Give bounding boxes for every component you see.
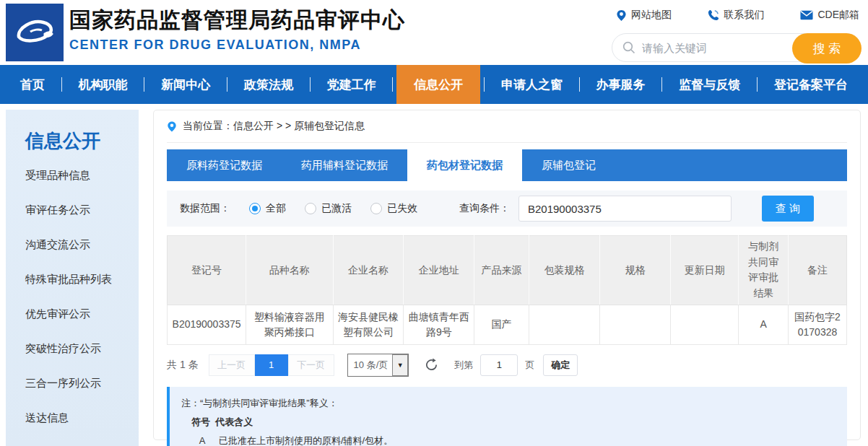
radio-activated[interactable]: 已激活: [305, 202, 352, 215]
filter-bar: 数据范围： 全部 已激活 已失效 查询条件： 查 询: [167, 191, 847, 227]
note-title: 注：“与制剂共同审评审批结果”释义：: [181, 394, 836, 413]
sidebar: 信息公开 受理品种信息 审评任务公示 沟通交流公示 特殊审批品种列表 优先审评公…: [6, 110, 139, 446]
tab-apie-registration[interactable]: 原辅包登记: [522, 149, 615, 181]
query-input[interactable]: [518, 196, 732, 222]
breadcrumb: 当前位置：信息公开 > > 原辅包登记信息: [167, 110, 847, 143]
col-variety-name: 品种名称: [246, 236, 333, 305]
nav-divider: [392, 77, 393, 92]
sidebar-item-special-approval[interactable]: 特殊审批品种列表: [6, 262, 139, 297]
site-subtitle: CENTER FOR DRUG EVALUATION, NMPA: [69, 35, 405, 55]
cde-logo-icon: [12, 9, 58, 56]
goto-label: 到第: [454, 359, 473, 372]
quick-links: 网站地图 联系我们 CDE邮箱: [612, 6, 861, 22]
tab-api-registration[interactable]: 原料药登记数据: [167, 149, 282, 181]
cde-logo[interactable]: [6, 4, 64, 61]
next-page-button[interactable]: 下一页: [288, 354, 334, 376]
nav-divider: [484, 77, 485, 92]
site-header: 国家药品监督管理局药品审评中心 CENTER FOR DRUG EVALUATI…: [0, 0, 868, 65]
table-header-row: 登记号 品种名称 企业名称 企业地址 产品来源 包装规格 规格 更新日期 与制剂…: [168, 236, 847, 305]
sidebar-item-breakthrough-therapy[interactable]: 突破性治疗公示: [6, 331, 139, 366]
nav-divider: [757, 77, 758, 92]
cell-update-date: [671, 305, 739, 344]
nav-item-supervision[interactable]: 监督与反馈: [666, 65, 753, 104]
radio-icon: [249, 203, 261, 214]
nav-divider: [661, 77, 662, 92]
query-label: 查询条件：: [459, 202, 510, 215]
nav-item-policy[interactable]: 政策法规: [231, 65, 306, 104]
note-meaning: 已批准在上市制剂使用的原料/辅料/包材。: [219, 432, 393, 446]
sitemap-link[interactable]: 网站地图: [616, 9, 672, 22]
nav-item-functions[interactable]: 机构职能: [66, 65, 141, 104]
col-packaging-spec: 包装规格: [529, 236, 600, 305]
breadcrumb-text: 当前位置：信息公开 > > 原辅包登记信息: [183, 120, 365, 133]
nav-item-registration-platform[interactable]: 登记备案平台: [761, 65, 861, 104]
page-number-button[interactable]: 1: [255, 354, 288, 376]
nav-item-services[interactable]: 办事服务: [583, 65, 659, 104]
search-button[interactable]: 搜 索: [792, 33, 862, 64]
map-pin-icon: [616, 9, 627, 22]
radio-expired[interactable]: 已失效: [370, 202, 417, 215]
nav-item-home[interactable]: 首页: [7, 65, 58, 104]
contact-link[interactable]: 联系我们: [708, 9, 764, 22]
nav-item-info-disclosure[interactable]: 信息公开: [396, 65, 480, 104]
refresh-button[interactable]: [425, 358, 438, 372]
nav-divider: [227, 77, 227, 92]
page-size-select[interactable]: 10 条/页 ▼: [347, 354, 409, 377]
cell-company-name: 海安县健民橡塑有限公司: [333, 305, 404, 344]
nav-divider: [579, 77, 580, 92]
cell-remarks: 国药包字20170328: [789, 305, 847, 344]
nav-divider: [310, 77, 311, 92]
main-nav: 首页 机构职能 新闻中心 政策法规 党建工作 信息公开 申请人之窗 办事服务 监…: [0, 65, 868, 104]
results-table: 登记号 品种名称 企业名称 企业地址 产品来源 包装规格 规格 更新日期 与制剂…: [167, 235, 847, 345]
sidebar-item-review-tasks[interactable]: 审评任务公示: [6, 193, 139, 227]
radio-all[interactable]: 全部: [249, 202, 286, 215]
data-tabs: 原料药登记数据 药用辅料登记数据 药包材登记数据 原辅包登记: [167, 149, 847, 181]
cell-company-address: 曲塘镇青年西路9号: [404, 305, 474, 344]
query-button[interactable]: 查 询: [762, 196, 814, 222]
cell-product-origin: 国产: [474, 305, 529, 344]
cell-joint-review-result: A: [739, 305, 789, 344]
col-registration-no: 登记号: [168, 236, 246, 305]
radio-icon: [305, 203, 316, 214]
nav-divider: [61, 77, 62, 92]
radio-icon: [370, 203, 382, 214]
note-col-symbol: 符号: [191, 413, 210, 432]
col-remarks: 备注: [789, 236, 847, 305]
tab-excipient-registration[interactable]: 药用辅料登记数据: [282, 149, 407, 181]
site-title: 国家药品监督管理局药品审评中心: [69, 6, 405, 35]
content-area: 信息公开 受理品种信息 审评任务公示 沟通交流公示 特殊审批品种列表 优先审评公…: [0, 104, 868, 446]
sidebar-item-delivery-info[interactable]: 送达信息: [6, 401, 139, 435]
cell-spec: [600, 305, 671, 344]
prev-page-button[interactable]: 上一页: [209, 354, 255, 376]
nav-item-party[interactable]: 党建工作: [314, 65, 389, 104]
sidebar-item-communication[interactable]: 沟通交流公示: [6, 227, 139, 262]
sidebar-item-accepted-varieties[interactable]: 受理品种信息: [6, 158, 139, 193]
tab-packaging-registration[interactable]: 药包材登记数据: [407, 149, 522, 181]
total-count: 共 1 条: [167, 359, 199, 372]
cde-mail-link[interactable]: CDE邮箱: [800, 9, 859, 22]
nav-item-applicant[interactable]: 申请人之窗: [488, 65, 576, 104]
nav-divider: [144, 77, 144, 92]
search-input[interactable]: [642, 42, 788, 54]
note-col-meaning: 代表含义: [215, 413, 253, 432]
radio-activated-label: 已激活: [321, 202, 352, 215]
note-row-a: A 已批准在上市制剂使用的原料/辅料/包材。: [181, 432, 836, 446]
search-icon: [622, 41, 635, 54]
sidebar-item-three-in-one[interactable]: 三合一序列公示: [6, 366, 139, 401]
pagination: 共 1 条 上一页 1 下一页 10 条/页 ▼ 到第 页 确定: [167, 354, 847, 377]
confirm-button[interactable]: 确定: [543, 354, 578, 376]
col-spec: 规格: [600, 236, 671, 305]
goto-page-input[interactable]: [480, 354, 518, 376]
radio-expired-label: 已失效: [387, 202, 417, 215]
sidebar-item-priority-review[interactable]: 优先审评公示: [6, 297, 139, 331]
chevron-down-icon: ▼: [392, 354, 408, 376]
cde-mail-label: CDE邮箱: [817, 9, 859, 22]
col-product-origin: 产品来源: [474, 236, 529, 305]
location-pin-icon: [167, 121, 177, 133]
goto-suffix: 页: [525, 359, 534, 372]
cell-variety-name: 塑料输液容器用聚丙烯接口: [246, 305, 333, 344]
note-symbol: A: [191, 432, 213, 446]
brand-block: 国家药品监督管理局药品审评中心 CENTER FOR DRUG EVALUATI…: [69, 6, 405, 55]
nav-item-news[interactable]: 新闻中心: [148, 65, 223, 104]
col-joint-review-result: 与制剂共同审评审批结果: [739, 236, 789, 305]
